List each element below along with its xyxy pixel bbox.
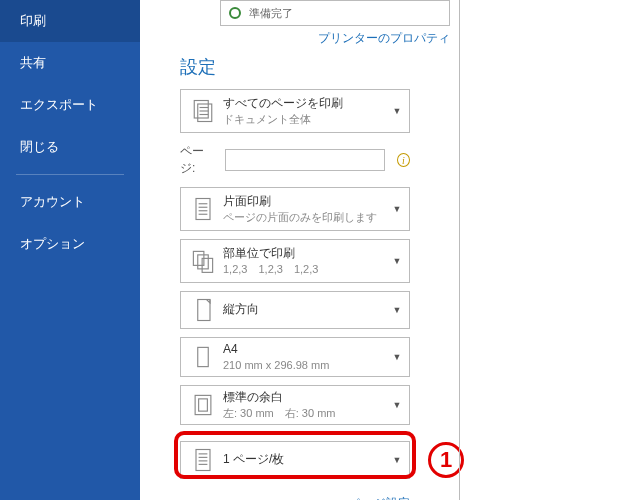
svg-rect-14 bbox=[198, 347, 209, 366]
sidebar-item-account[interactable]: アカウント bbox=[0, 181, 140, 223]
chevron-down-icon: ▼ bbox=[391, 305, 403, 315]
sidebar-item-label: オプション bbox=[20, 236, 85, 251]
info-icon[interactable]: i bbox=[397, 153, 410, 167]
sidebar-item-export[interactable]: エクスポート bbox=[0, 84, 140, 126]
pages-stack-icon bbox=[187, 97, 219, 125]
page-setup-link-row: ページ設定 bbox=[180, 495, 410, 500]
chevron-down-icon: ▼ bbox=[391, 400, 403, 410]
setting-title: すべてのページを印刷 bbox=[223, 96, 391, 112]
setting-orientation[interactable]: 縦方向 ▼ bbox=[180, 291, 410, 329]
setting-title: 縦方向 bbox=[223, 302, 391, 318]
svg-rect-5 bbox=[196, 199, 210, 220]
setting-print-all-pages[interactable]: すべてのページを印刷 ドキュメント全体 ▼ bbox=[180, 89, 410, 133]
printer-status-box[interactable]: 準備完了 bbox=[220, 0, 450, 26]
svg-rect-13 bbox=[198, 300, 210, 321]
svg-rect-0 bbox=[194, 101, 208, 119]
chevron-down-icon: ▼ bbox=[391, 204, 403, 214]
setting-pages-per-sheet[interactable]: 1 ページ/枚 ▼ bbox=[180, 441, 410, 479]
paper-size-icon bbox=[187, 343, 219, 371]
setting-sub: ページの片面のみを印刷します bbox=[223, 210, 391, 224]
sidebar-item-share[interactable]: 共有 bbox=[0, 42, 140, 84]
chevron-down-icon: ▼ bbox=[391, 455, 403, 465]
printer-status-text: 準備完了 bbox=[249, 6, 293, 21]
sidebar-item-print[interactable]: 印刷 bbox=[0, 0, 140, 42]
page-per-sheet-icon bbox=[187, 446, 219, 474]
setting-sub: 210 mm x 296.98 mm bbox=[223, 358, 391, 372]
single-page-icon bbox=[187, 195, 219, 223]
setting-sub: 1,2,3 1,2,3 1,2,3 bbox=[223, 262, 391, 276]
margins-icon bbox=[187, 391, 219, 419]
preview-divider bbox=[459, 0, 460, 500]
printer-properties-link-row: プリンターのプロパティ bbox=[220, 30, 450, 47]
sidebar: 印刷 共有 エクスポート 閉じる アカウント オプション bbox=[0, 0, 140, 500]
setting-title: 1 ページ/枚 bbox=[223, 452, 391, 468]
highlighted-row: 1 ページ/枚 ▼ 1 bbox=[180, 437, 620, 483]
portrait-icon bbox=[187, 296, 219, 324]
setting-paper-size[interactable]: A4 210 mm x 296.98 mm ▼ bbox=[180, 337, 410, 377]
svg-rect-11 bbox=[198, 255, 209, 269]
svg-rect-16 bbox=[199, 399, 208, 411]
setting-title: 部単位で印刷 bbox=[223, 246, 391, 262]
setting-sub: 左: 30 mm 右: 30 mm bbox=[223, 406, 391, 420]
sidebar-item-label: アカウント bbox=[20, 194, 85, 209]
svg-rect-15 bbox=[195, 395, 211, 414]
setting-title: 標準の余白 bbox=[223, 390, 391, 406]
printer-ready-icon bbox=[229, 7, 241, 19]
settings-column: すべてのページを印刷 ドキュメント全体 ▼ ページ: i 片面印刷 ページの片面… bbox=[180, 85, 620, 500]
sidebar-item-options[interactable]: オプション bbox=[0, 223, 140, 265]
sidebar-item-label: エクスポート bbox=[20, 97, 98, 112]
sidebar-item-label: 共有 bbox=[20, 55, 46, 70]
sidebar-item-label: 閉じる bbox=[20, 139, 59, 154]
setting-margins[interactable]: 標準の余白 左: 30 mm 右: 30 mm ▼ bbox=[180, 385, 410, 425]
chevron-down-icon: ▼ bbox=[391, 106, 403, 116]
chevron-down-icon: ▼ bbox=[391, 352, 403, 362]
setting-one-sided[interactable]: 片面印刷 ページの片面のみを印刷します ▼ bbox=[180, 187, 410, 231]
pages-input[interactable] bbox=[225, 149, 385, 171]
page-setup-link[interactable]: ページ設定 bbox=[350, 496, 410, 500]
svg-rect-17 bbox=[196, 450, 210, 471]
settings-title: 設定 bbox=[180, 55, 620, 79]
sidebar-item-close[interactable]: 閉じる bbox=[0, 126, 140, 168]
printer-properties-link[interactable]: プリンターのプロパティ bbox=[318, 31, 450, 45]
setting-sub: ドキュメント全体 bbox=[223, 112, 391, 126]
pages-label: ページ: bbox=[180, 143, 217, 177]
pages-row: ページ: i bbox=[180, 143, 410, 177]
svg-rect-1 bbox=[198, 104, 212, 122]
collate-icon bbox=[187, 247, 219, 275]
sidebar-item-label: 印刷 bbox=[20, 13, 46, 28]
setting-collated[interactable]: 部単位で印刷 1,2,3 1,2,3 1,2,3 ▼ bbox=[180, 239, 410, 283]
setting-title: A4 bbox=[223, 342, 391, 358]
setting-title: 片面印刷 bbox=[223, 194, 391, 210]
sidebar-divider bbox=[16, 174, 124, 175]
chevron-down-icon: ▼ bbox=[391, 256, 403, 266]
main-panel: 準備完了 プリンターのプロパティ 設定 すべてのページを印刷 ドキュメント全体 … bbox=[140, 0, 620, 500]
